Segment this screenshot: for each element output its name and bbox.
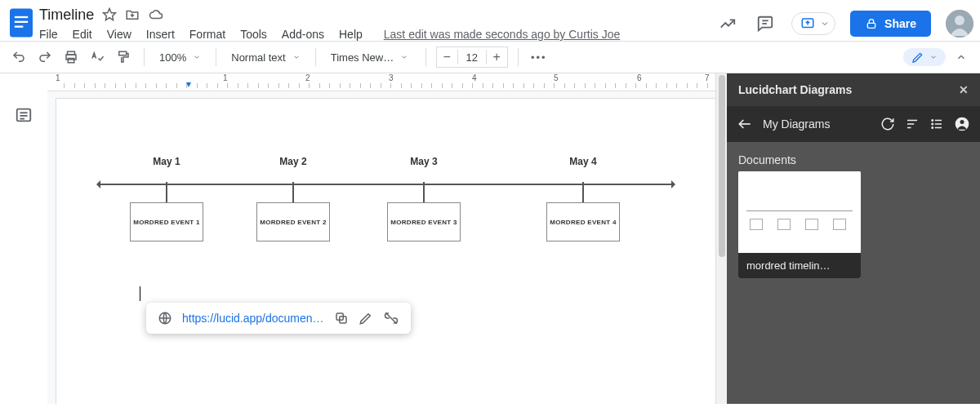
document-page[interactable]: May 1MORDRED EVENT 1May 2MORDRED EVENT 2… (56, 98, 715, 404)
copy-link-icon[interactable] (334, 311, 349, 326)
timeline-event-box: MORDRED EVENT 1 (130, 202, 203, 241)
account-avatar[interactable] (946, 10, 973, 38)
timeline-date: May 3 (387, 156, 461, 167)
menu-insert[interactable]: Insert (146, 28, 175, 41)
editing-mode-button[interactable] (903, 48, 946, 66)
menu-view[interactable]: View (107, 28, 131, 41)
ruler-number: 3 (389, 73, 394, 82)
toolbar: 100% Normal text Times New… − 12 + ••• (0, 41, 980, 73)
menu-edit[interactable]: Edit (73, 28, 92, 41)
zoom-select[interactable]: 100% (154, 46, 206, 69)
svg-rect-2 (15, 21, 28, 23)
list-view-icon[interactable] (929, 117, 944, 131)
link-url[interactable]: https://lucid.app/documen… (182, 312, 324, 325)
timeline-node[interactable]: May 1MORDRED EVENT 1 (130, 156, 203, 241)
menu-tools[interactable]: Tools (240, 28, 267, 41)
menu-bar: File Edit View Insert Format Tools Add-o… (39, 28, 620, 41)
ruler-number: 6 (637, 73, 642, 82)
svg-rect-14 (119, 51, 127, 55)
edit-link-icon[interactable] (359, 311, 373, 326)
diagram-preview (738, 171, 861, 253)
lock-icon (865, 17, 878, 30)
paragraph-style-value: Normal text (231, 51, 285, 64)
zoom-value: 100% (159, 51, 186, 64)
outline-icon[interactable] (15, 106, 33, 404)
ruler-number: 2 (305, 73, 310, 82)
timeline-node[interactable]: May 3MORDRED EVENT 3 (387, 156, 461, 241)
activity-icon[interactable] (716, 12, 739, 35)
back-button[interactable] (737, 116, 753, 132)
undo-button[interactable] (8, 47, 29, 68)
timeline-connector (166, 182, 167, 203)
svg-rect-8 (867, 23, 875, 28)
font-family-value: Times New… (331, 51, 394, 64)
sidepanel-title: Lucidchart Diagrams (738, 83, 852, 96)
star-icon[interactable] (102, 7, 117, 22)
spellcheck-button[interactable] (87, 47, 108, 68)
close-icon[interactable]: ✕ (959, 83, 969, 96)
more-toolbar-button[interactable]: ••• (528, 47, 550, 68)
sort-icon[interactable] (905, 117, 920, 131)
timeline-date: May 1 (130, 156, 203, 167)
font-size-value[interactable]: 12 (458, 51, 486, 64)
font-family-select[interactable]: Times New… (326, 46, 416, 69)
horizontal-ruler[interactable]: 1 ▾ 1 2 3 4 5 6 7 (47, 73, 715, 91)
timeline-node[interactable]: May 4MORDRED EVENT 4 (546, 156, 620, 241)
print-button[interactable] (60, 47, 82, 68)
paragraph-style-select[interactable]: Normal text (226, 46, 305, 69)
chevron-down-icon (292, 53, 301, 61)
svg-rect-1 (15, 16, 28, 18)
share-label: Share (884, 17, 916, 30)
ruler-number: 7 (705, 73, 710, 82)
font-size-stepper: − 12 + (436, 47, 508, 68)
svg-point-10 (955, 16, 964, 25)
timeline-connector (582, 182, 584, 203)
text-caret (140, 286, 140, 301)
chevron-down-icon (820, 19, 830, 29)
refresh-icon[interactable] (880, 117, 895, 131)
redo-button[interactable] (34, 47, 56, 68)
timeline-node[interactable]: May 2MORDRED EVENT 2 (256, 156, 330, 241)
chevron-down-icon (400, 53, 408, 61)
svg-point-29 (932, 123, 933, 125)
lucidchart-sidepanel: Lucidchart Diagrams ✕ My Diagrams Docume… (727, 73, 980, 404)
user-icon[interactable] (954, 116, 970, 132)
collapse-sidepanel-button[interactable] (951, 47, 972, 68)
unlink-icon[interactable] (383, 311, 399, 326)
menu-help[interactable]: Help (339, 28, 363, 41)
timeline-diagram[interactable]: May 1MORDRED EVENT 1May 2MORDRED EVENT 2… (81, 156, 691, 295)
ruler-number: 4 (472, 73, 477, 82)
chevron-down-icon (193, 53, 201, 61)
pencil-icon (911, 51, 924, 64)
timeline-event-box: MORDRED EVENT 3 (387, 202, 461, 241)
svg-rect-3 (15, 26, 24, 28)
vertical-scrollbar[interactable] (715, 73, 727, 404)
move-folder-icon[interactable] (125, 7, 140, 22)
timeline-event-box: MORDRED EVENT 2 (256, 202, 330, 241)
font-size-increase[interactable]: + (486, 50, 507, 64)
diagram-thumbnail[interactable]: mordred timelin… (738, 171, 861, 278)
diagram-caption: mordred timelin… (738, 253, 861, 278)
timeline-date: May 4 (546, 156, 620, 167)
ruler-number: 1 (223, 73, 228, 82)
last-edit-link[interactable]: Last edit was made seconds ago by Curtis… (384, 28, 621, 41)
globe-icon (158, 311, 172, 326)
svg-point-31 (932, 127, 933, 129)
comments-icon[interactable] (754, 12, 777, 35)
menu-file[interactable]: File (39, 28, 58, 41)
timeline-connector (423, 182, 425, 203)
ruler-number: 1 (56, 73, 60, 82)
svg-point-27 (932, 120, 933, 122)
doc-title[interactable]: Timeline (39, 7, 94, 24)
cloud-status-icon[interactable] (148, 7, 164, 22)
present-button[interactable] (791, 12, 835, 35)
menu-addons[interactable]: Add-ons (282, 28, 324, 41)
share-button[interactable]: Share (850, 11, 931, 37)
docs-app-icon[interactable] (7, 5, 36, 41)
ruler-number: 5 (554, 73, 559, 82)
font-size-decrease[interactable]: − (437, 50, 458, 64)
menu-format[interactable]: Format (189, 28, 225, 41)
paint-format-button[interactable] (113, 47, 134, 68)
document-area[interactable]: 1 ▾ 1 2 3 4 5 6 7 May 1MORDRED EVENT 1Ma… (47, 73, 715, 404)
breadcrumb[interactable]: My Diagrams (763, 117, 871, 131)
